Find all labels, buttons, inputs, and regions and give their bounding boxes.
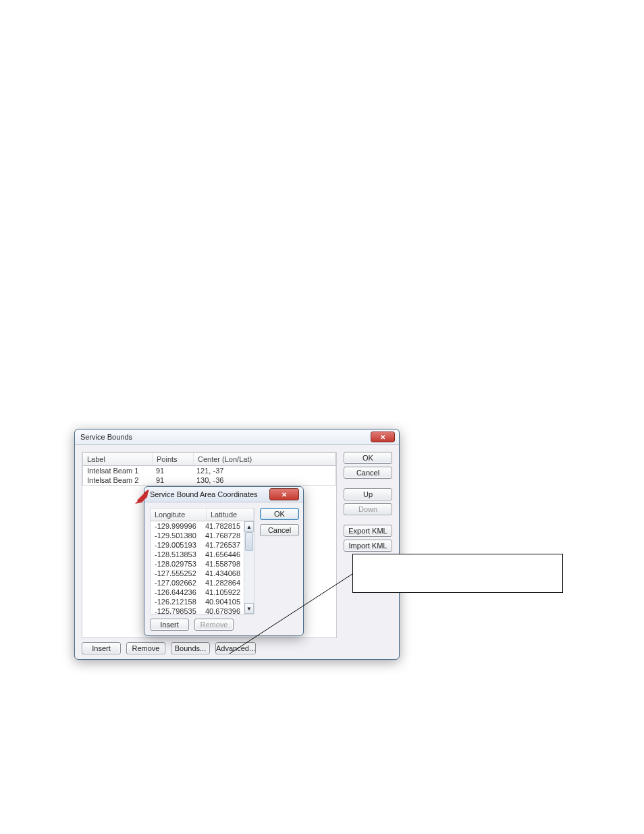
cancel-button[interactable]: Cancel bbox=[344, 467, 392, 479]
scroll-up-icon[interactable]: ▲ bbox=[244, 521, 254, 532]
coordinates-list-header: Longitute Latitude bbox=[150, 508, 254, 521]
service-bounds-list-body: Intelsat Beam 1 91 121, -37 Intelsat Bea… bbox=[82, 466, 336, 486]
col-center[interactable]: Center (Lon/Lat) bbox=[194, 453, 336, 465]
service-bounds-list-header: Label Points Center (Lon/Lat) bbox=[82, 452, 336, 466]
ok-button[interactable]: OK bbox=[344, 452, 392, 464]
coord-ok-button[interactable]: OK bbox=[260, 508, 299, 520]
coord-insert-button[interactable]: Insert bbox=[150, 619, 189, 631]
scroll-down-icon[interactable]: ▼ bbox=[244, 603, 254, 614]
table-row[interactable]: -126.21215840.904105 bbox=[151, 597, 244, 606]
close-icon[interactable]: ✕ bbox=[371, 432, 395, 442]
scrollbar[interactable]: ▲ ▼ bbox=[244, 521, 254, 614]
table-row[interactable]: -127.09266241.282864 bbox=[151, 578, 244, 588]
table-row[interactable]: -127.55525241.434068 bbox=[151, 569, 244, 578]
coord-remove-button[interactable]: Remove bbox=[194, 619, 234, 631]
import-kml-button[interactable]: Import KML bbox=[344, 540, 392, 552]
table-row[interactable]: -129.50138041.768728 bbox=[151, 531, 244, 540]
service-bounds-titlebar[interactable]: Service Bounds ✕ bbox=[75, 429, 399, 445]
col-points[interactable]: Points bbox=[153, 453, 194, 465]
annotation-box bbox=[352, 554, 563, 593]
table-row[interactable]: -125.79853540.678396 bbox=[151, 606, 244, 615]
coordinates-dialog: Service Bound Area Coordinates ✕ Longitu… bbox=[144, 486, 304, 636]
close-icon[interactable]: ✕ bbox=[269, 488, 299, 500]
up-button[interactable]: Up bbox=[344, 488, 392, 500]
table-row[interactable]: Intelsat Beam 1 91 121, -37 bbox=[83, 466, 336, 475]
coordinates-titlebar[interactable]: Service Bound Area Coordinates ✕ bbox=[144, 487, 303, 502]
service-bounds-title: Service Bounds bbox=[80, 433, 132, 441]
coordinates-title: Service Bound Area Coordinates bbox=[150, 490, 258, 498]
table-row[interactable]: -129.00519341.726537 bbox=[151, 540, 244, 550]
table-row[interactable]: -126.64423641.105922 bbox=[151, 588, 244, 597]
table-row[interactable]: -128.02975341.558798 bbox=[151, 559, 244, 569]
coord-cancel-button[interactable]: Cancel bbox=[260, 524, 299, 536]
col-longitude[interactable]: Longitute bbox=[151, 509, 207, 521]
bounds-button[interactable]: Bounds... bbox=[171, 642, 210, 654]
advanced-button[interactable]: Advanced... bbox=[215, 642, 256, 654]
export-kml-button[interactable]: Export KML bbox=[344, 525, 392, 537]
scroll-thumb[interactable] bbox=[245, 532, 253, 551]
insert-button[interactable]: Insert bbox=[82, 642, 121, 654]
col-label[interactable]: Label bbox=[83, 453, 153, 465]
col-latitude[interactable]: Latitude bbox=[207, 509, 254, 521]
table-row[interactable]: -129.99999641.782815 bbox=[151, 521, 244, 531]
table-row[interactable]: Intelsat Beam 2 91 130, -36 bbox=[83, 475, 336, 485]
table-row[interactable]: -128.51385341.656446 bbox=[151, 550, 244, 559]
remove-button[interactable]: Remove bbox=[126, 642, 165, 654]
coordinates-list[interactable]: -129.99999641.782815-129.50138041.768728… bbox=[150, 521, 254, 615]
down-button[interactable]: Down bbox=[344, 503, 392, 515]
